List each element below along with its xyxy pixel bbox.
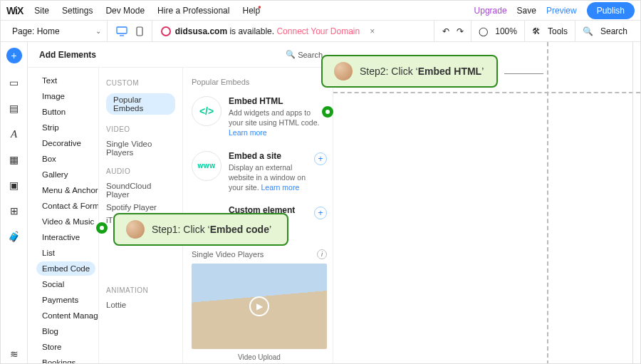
sub-single-video[interactable]: Single Video Players [106,137,175,159]
publish-button[interactable]: Publish [587,2,635,19]
category-menu-anchor[interactable]: Menu & Anchor [36,183,98,197]
step1-callout: Step1: Click ‘Embed code’ [113,213,288,246]
desktop-icon[interactable] [116,26,127,36]
group-animation: ANIMATION [106,286,175,294]
category-image[interactable]: Image [36,89,98,103]
add-elements-icon[interactable]: + [6,48,22,63]
scrollbar-track[interactable] [632,42,633,364]
sub-popular-embeds[interactable]: Popular Embeds [106,91,175,117]
domain-status-icon [161,26,171,36]
connect-domain-link[interactable]: Connect Your Domain [276,26,360,36]
video-caption: Video Upload [192,353,327,361]
upgrade-link[interactable]: Upgrade [474,6,507,16]
category-interactive[interactable]: Interactive [36,230,98,244]
toolbar: Page: Home ⌄ didsusa.com is available. C… [1,21,640,42]
menu-settings[interactable]: Settings [62,6,93,16]
undo-redo: ↶ ↷ [434,21,471,41]
business-icon[interactable]: 🧳 [8,230,21,243]
category-bookings[interactable]: Bookings [36,355,98,364]
category-store[interactable]: Store [36,340,98,354]
video-players-title: Single Video Players [192,250,264,259]
category-content-manager[interactable]: Content Manager [36,308,98,323]
avatar-icon [334,62,353,80]
embed-site-title: Embed a site [229,151,307,161]
panel-header: Add Elements 🔍Search [28,42,334,68]
content-icon[interactable]: ⊞ [8,204,21,217]
mobile-icon[interactable] [136,26,143,36]
panel-title: Add Elements [39,50,96,60]
category-social[interactable]: Social [36,277,98,291]
menu-devmode[interactable]: Dev Mode [105,6,145,16]
play-icon: ▶ [249,296,269,316]
category-strip[interactable]: Strip [36,120,98,135]
add-icon[interactable]: + [314,207,327,219]
sub-spotify[interactable]: Spotify Player [106,201,175,214]
step2-marker [322,106,333,118]
category-button[interactable]: Button [36,105,98,119]
panel-search[interactable]: 🔍Search [286,50,323,59]
section-title: Popular Embeds [192,78,327,86]
element-categories: TextImageButtonStripDecorativeBoxGallery… [28,42,99,364]
info-icon[interactable]: i [317,249,327,259]
search-button[interactable]: 🔍 Search [575,21,635,41]
zoom-icon: ◯ [479,26,488,36]
redo-icon[interactable]: ↷ [457,26,464,36]
category-blog[interactable]: Blog [36,324,98,338]
tools-button[interactable]: 🛠 Tools [525,21,575,41]
callout-connector [504,73,543,74]
pages-icon[interactable]: ▤ [8,102,21,115]
category-gallery[interactable]: Gallery [36,167,98,182]
sub-soundcloud[interactable]: SoundCloud Player [106,180,175,201]
sub-lottie[interactable]: Lottie [106,298,175,311]
category-payments[interactable]: Payments [36,293,98,307]
www-icon: www [192,151,222,181]
save-button[interactable]: Save [517,6,536,16]
embed-html-desc: Add widgets and apps to your site using … [229,108,327,138]
menu-site[interactable]: Site [34,6,49,16]
apps-icon[interactable]: ▦ [8,153,21,166]
video-thumbnail[interactable]: ▶ [192,264,327,349]
menu-hire[interactable]: Hire a Professional [157,6,229,16]
embed-site-desc: Display an external website in a window … [229,162,307,193]
design-icon[interactable]: A [8,128,21,140]
step2-callout: Step2: Click ‘Embed HTML’ [321,55,498,88]
avatar-icon [126,220,145,239]
category-box[interactable]: Box [36,152,98,166]
chevron-down-icon: ⌄ [95,27,101,35]
learn-more-link[interactable]: Learn more [229,128,267,137]
page-selector[interactable]: Page: Home ⌄ [6,21,108,41]
group-video: VIDEO [106,125,175,133]
embed-site-item[interactable]: www Embed a site Display an external web… [192,151,327,193]
category-embed-code[interactable]: Embed Code [36,261,95,276]
embed-list: Popular Embeds </> Embed HTML Add widget… [183,42,333,364]
step1-marker [96,222,108,234]
category-list[interactable]: List [36,246,98,260]
category-contact-forms[interactable]: Contact & Forms [36,199,98,213]
domain-availability: didsusa.com is available. Connect Your D… [175,26,360,36]
menu-help[interactable]: Help• [242,6,261,16]
main-menu: Site Settings Dev Mode Hire a Profession… [34,6,462,16]
sections-icon[interactable]: ▭ [8,76,21,89]
editor-canvas[interactable] [333,42,640,364]
embed-html-item[interactable]: </> Embed HTML Add widgets and apps to y… [192,96,327,138]
wix-logo: WiX [6,5,23,16]
search-icon: 🔍 [286,50,296,59]
category-decorative[interactable]: Decorative [36,136,98,150]
undo-icon[interactable]: ↶ [442,26,449,36]
left-rail: + ▭ ▤ A ▦ ▣ ⊞ 🧳 ≋ [1,42,28,364]
layers-icon[interactable]: ≋ [8,348,21,360]
group-custom: CUSTOM [106,79,175,87]
close-icon[interactable]: × [370,26,375,36]
embed-html-title: Embed HTML [229,96,327,106]
media-icon[interactable]: ▣ [8,179,21,192]
add-icon[interactable]: + [314,152,327,165]
zoom-control[interactable]: ◯ 100% [471,21,525,41]
category-video-music[interactable]: Video & Music [36,214,98,229]
code-icon: </> [192,96,222,126]
svg-rect-0 [117,27,127,33]
preview-button[interactable]: Preview [546,6,577,16]
zoom-value: 100% [495,26,517,36]
learn-more-link[interactable]: Learn more [261,183,300,192]
category-text[interactable]: Text [36,73,98,88]
search-icon: 🔍 [583,26,593,36]
